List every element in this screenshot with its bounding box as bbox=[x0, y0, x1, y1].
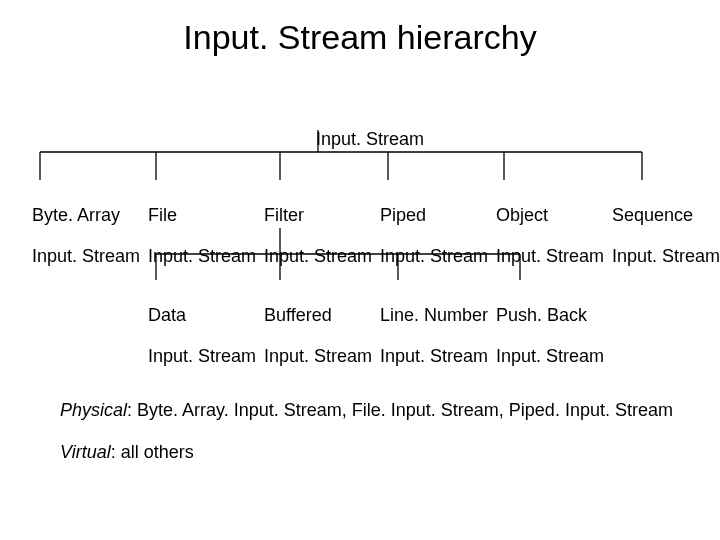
l2-top: Push. Back bbox=[496, 305, 587, 325]
note-physical-body: : Byte. Array. Input. Stream, File. Inpu… bbox=[127, 400, 673, 420]
l2-bottom: Input. Stream bbox=[264, 346, 372, 366]
l2-data: Data Input. Stream bbox=[128, 284, 256, 387]
l2-top: Data bbox=[148, 305, 186, 325]
l1-top: File bbox=[148, 205, 177, 225]
l1-piped: Piped Input. Stream bbox=[360, 184, 488, 287]
tree-root: Input. Stream bbox=[0, 108, 720, 170]
l1-top: Filter bbox=[264, 205, 304, 225]
l1-bottom: Input. Stream bbox=[380, 246, 488, 266]
l1-bottom: Input. Stream bbox=[496, 246, 604, 266]
l2-bottom: Input. Stream bbox=[148, 346, 256, 366]
l2-top: Line. Number bbox=[380, 305, 488, 325]
l1-top: Byte. Array bbox=[32, 205, 120, 225]
l1-bottom: Input. Stream bbox=[32, 246, 140, 266]
note-physical: Physical: Byte. Array. Input. Stream, Fi… bbox=[60, 400, 673, 421]
l2-bottom: Input. Stream bbox=[380, 346, 488, 366]
l1-bottom: Input. Stream bbox=[264, 246, 372, 266]
root-label: Input. Stream bbox=[316, 129, 424, 150]
l2-buffered: Buffered Input. Stream bbox=[244, 284, 372, 387]
note-physical-label: Physical bbox=[60, 400, 127, 420]
l1-object: Object Input. Stream bbox=[476, 184, 604, 287]
l2-pushback: Push. Back Input. Stream bbox=[476, 284, 604, 387]
l1-top: Sequence bbox=[612, 205, 693, 225]
l1-file: File Input. Stream bbox=[128, 184, 256, 287]
l1-bottom: Input. Stream bbox=[612, 246, 720, 266]
l2-top: Buffered bbox=[264, 305, 332, 325]
l1-sequence: Sequence Input. Stream bbox=[592, 184, 720, 287]
l1-bottom: Input. Stream bbox=[148, 246, 256, 266]
l2-linenumber: Line. Number Input. Stream bbox=[360, 284, 488, 387]
slide: Input. Stream hierarchy Input. Stream By… bbox=[0, 0, 720, 540]
note-virtual-label: Virtual bbox=[60, 442, 111, 462]
note-virtual: Virtual: all others bbox=[60, 442, 194, 463]
l1-filter: Filter Input. Stream bbox=[244, 184, 372, 287]
l1-top: Object bbox=[496, 205, 548, 225]
l1-top: Piped bbox=[380, 205, 426, 225]
l2-bottom: Input. Stream bbox=[496, 346, 604, 366]
l1-bytearray: Byte. Array Input. Stream bbox=[12, 184, 140, 287]
note-virtual-body: : all others bbox=[111, 442, 194, 462]
slide-title: Input. Stream hierarchy bbox=[0, 18, 720, 57]
